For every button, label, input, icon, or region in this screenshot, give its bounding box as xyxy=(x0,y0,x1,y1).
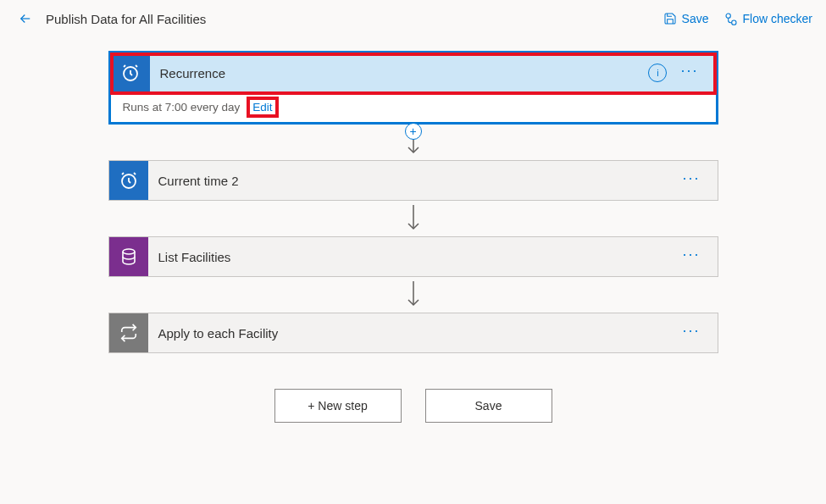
flow-checker-button[interactable]: Flow checker xyxy=(724,12,812,25)
svg-point-0 xyxy=(726,14,730,18)
recurrence-title: Recurrence xyxy=(150,66,649,80)
arrow-down-icon xyxy=(405,203,422,234)
apply-each-card[interactable]: Apply to each Facility ··· xyxy=(108,313,718,353)
recurrence-edit-link[interactable]: Edit xyxy=(247,97,278,118)
recurrence-card[interactable]: Recurrence i ··· Runs at 7:00 every day … xyxy=(108,51,718,125)
flow-checker-label: Flow checker xyxy=(743,12,812,25)
apply-each-header[interactable]: Apply to each Facility ··· xyxy=(109,313,718,352)
current-time-card[interactable]: Current time 2 ··· xyxy=(108,160,718,201)
arrow-down-icon xyxy=(405,280,422,310)
new-step-button[interactable]: + New step xyxy=(274,389,402,423)
connector-1: + xyxy=(405,125,422,160)
save-button-top[interactable]: Save xyxy=(663,12,709,25)
save-icon xyxy=(663,12,677,25)
current-time-header[interactable]: Current time 2 ··· xyxy=(109,161,718,200)
flow-canvas: Recurrence i ··· Runs at 7:00 every day … xyxy=(0,37,826,423)
save-button-bottom[interactable]: Save xyxy=(425,389,552,423)
list-facilities-more-button[interactable]: ··· xyxy=(682,246,700,267)
save-label-top: Save xyxy=(682,12,709,25)
list-facilities-title: List Facilities xyxy=(148,250,683,264)
list-facilities-header[interactable]: List Facilities ··· xyxy=(109,237,718,276)
info-icon: i xyxy=(657,68,658,78)
database-icon xyxy=(109,237,148,276)
flow-checker-icon xyxy=(724,12,738,25)
svg-point-6 xyxy=(123,249,135,254)
top-bar: Publish Data for All Facilities Save Flo… xyxy=(0,0,826,37)
info-button[interactable]: i xyxy=(648,64,667,82)
clock-icon xyxy=(109,161,148,200)
recurrence-more-button[interactable]: ··· xyxy=(680,63,698,83)
page-title: Publish Data for All Facilities xyxy=(46,12,206,26)
footer-buttons: + New step Save xyxy=(274,389,552,423)
insert-step-button[interactable]: + xyxy=(405,123,422,140)
recurrence-body: Runs at 7:00 every day Edit xyxy=(111,92,716,122)
svg-point-1 xyxy=(731,20,735,25)
arrow-left-icon xyxy=(18,11,33,26)
clock-icon xyxy=(111,53,150,92)
list-facilities-card[interactable]: List Facilities ··· xyxy=(108,236,718,277)
recurrence-header[interactable]: Recurrence i ··· xyxy=(111,53,716,92)
apply-each-more-button[interactable]: ··· xyxy=(682,323,700,343)
recurrence-schedule-text: Runs at 7:00 every day xyxy=(123,101,241,114)
current-time-title: Current time 2 xyxy=(148,174,683,188)
connector-2 xyxy=(405,201,422,236)
back-button[interactable] xyxy=(14,7,37,30)
current-time-more-button[interactable]: ··· xyxy=(682,170,700,191)
apply-each-title: Apply to each Facility xyxy=(148,326,683,341)
connector-3 xyxy=(405,277,422,313)
loop-icon xyxy=(109,313,148,352)
